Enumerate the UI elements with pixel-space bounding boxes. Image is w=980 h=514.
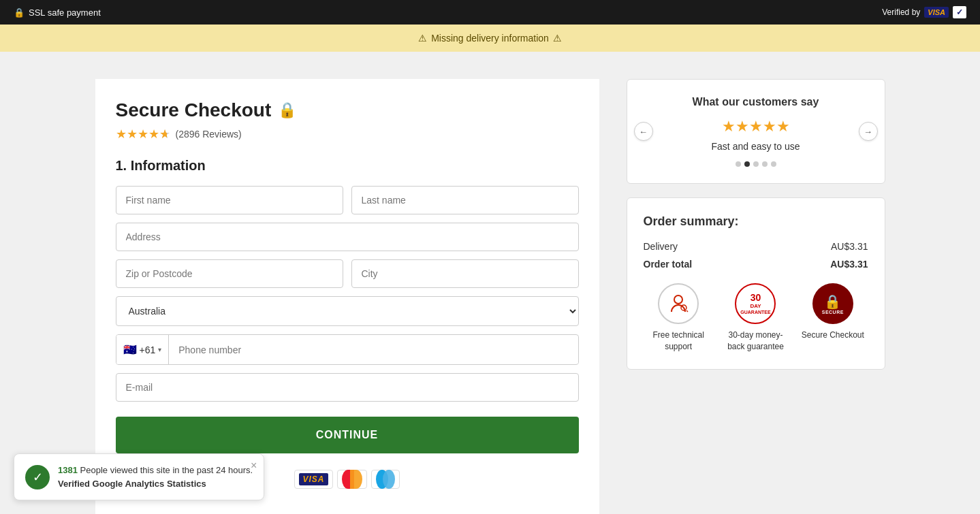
email-row — [116, 373, 579, 402]
country-select[interactable]: Australia New Zealand United Kingdom Uni… — [116, 296, 579, 326]
main-layout: Secure Checkout 🔒 ★★★★★★ (2896 Reviews) … — [82, 52, 899, 514]
maestro-card — [371, 470, 400, 489]
checkout-title-text: Secure Checkout — [116, 99, 272, 121]
zip-input[interactable] — [116, 259, 343, 288]
visa-text: VISA — [299, 473, 328, 485]
phone-code: +61 — [140, 344, 156, 355]
visa-card: VISA — [294, 470, 332, 489]
verify-checkmark: ✓ — [953, 6, 966, 18]
notification-sub-label: Verified Google Analytics Statistics — [58, 479, 206, 489]
ssl-label: SSL safe payment — [29, 7, 101, 18]
warning-message: Missing delivery information — [431, 33, 549, 44]
notification-message: viewed this site in the past 24 hours. — [110, 465, 253, 475]
dot-4 — [762, 161, 768, 167]
lock-icon: 🔒 — [14, 7, 25, 18]
review-count: (2896 Reviews) — [176, 129, 242, 140]
order-summary-box: Order summary: Delivery AU$3.31 Order to… — [627, 197, 885, 370]
badge-support-icon — [658, 283, 699, 324]
dot-2 — [744, 161, 750, 167]
maestro-right — [383, 470, 395, 489]
first-name-input[interactable] — [116, 186, 343, 214]
rating-stars: ★★★★★★ — [116, 127, 170, 142]
mastercard-card — [337, 470, 367, 489]
verified-label: Verified by — [882, 7, 920, 17]
total-label: Order total — [644, 259, 693, 270]
review-text: Fast and easy to use — [644, 141, 868, 152]
phone-number-input[interactable] — [169, 336, 578, 364]
section-title: 1. Information — [116, 158, 579, 174]
delivery-label: Delivery — [644, 241, 678, 252]
checkout-form-panel: Secure Checkout 🔒 ★★★★★★ (2896 Reviews) … — [95, 79, 599, 514]
dot-3 — [753, 161, 759, 167]
delivery-value: AU$3.31 — [831, 241, 868, 252]
name-row — [116, 186, 579, 214]
address-input[interactable] — [116, 223, 579, 251]
right-panel: What our customers say ★★★★★ Fast and ea… — [627, 79, 885, 370]
review-stars: ★★★★★ — [644, 118, 868, 135]
review-prev-arrow[interactable]: ← — [634, 122, 653, 141]
dot-5 — [771, 161, 776, 167]
badge-moneyback-icon: 30 DAY GUARANTEE — [735, 283, 776, 324]
flag-au: 🇦🇺 — [123, 343, 137, 356]
warning-icon-left: ⚠ — [418, 33, 427, 44]
checkout-lock-icon: 🔒 — [278, 101, 296, 119]
warning-icon-right: ⚠ — [553, 33, 562, 44]
address-row — [116, 223, 579, 251]
phone-prefix[interactable]: 🇦🇺 +61 ▾ — [116, 335, 170, 364]
notification-close-button[interactable]: × — [251, 460, 257, 472]
maestro-circles — [376, 470, 395, 489]
phone-row: 🇦🇺 +61 ▾ — [116, 334, 579, 365]
bottom-notification: ✓ 1381 People viewed this site in the pa… — [14, 453, 264, 500]
last-name-input[interactable] — [351, 186, 579, 214]
dot-1 — [736, 161, 741, 167]
top-bar: 🔒 SSL safe payment Verified by VISA ✓ — [0, 0, 980, 25]
badge-support-label: Free technical support — [644, 330, 714, 353]
email-input[interactable] — [116, 373, 579, 402]
notification-shield-icon: ✓ — [25, 465, 50, 489]
dropdown-arrow: ▾ — [158, 346, 161, 353]
total-value: AU$3.31 — [830, 259, 868, 270]
delivery-row: Delivery AU$3.31 — [644, 241, 868, 252]
svg-point-0 — [674, 295, 682, 304]
badge-secure-label: Secure Checkout — [802, 330, 864, 341]
review-next-arrow[interactable]: → — [859, 122, 878, 141]
zip-city-row — [116, 259, 579, 288]
mc-circles — [342, 470, 362, 489]
city-input[interactable] — [351, 259, 579, 288]
notification-count-label: People — [80, 465, 108, 475]
review-box: What our customers say ★★★★★ Fast and ea… — [627, 79, 885, 184]
badge-moneyback-label: 30-day money-back guarantee — [721, 330, 791, 353]
badge-support: Free technical support — [644, 283, 714, 353]
badge-secure: 🔒 SECURE Secure Checkout — [797, 283, 868, 341]
rating-row: ★★★★★★ (2896 Reviews) — [116, 127, 579, 142]
verified-by: Verified by VISA ✓ — [882, 6, 966, 18]
badge-secure-icon: 🔒 SECURE — [812, 283, 853, 324]
order-summary-title: Order summary: — [644, 214, 868, 229]
warning-banner: ⚠ Missing delivery information ⚠ — [0, 25, 980, 52]
visa-verify-badge: VISA — [924, 7, 949, 18]
notification-text: 1381 People viewed this site in the past… — [58, 464, 253, 490]
notification-count: 1381 — [58, 465, 78, 475]
continue-button[interactable]: CONTINUE — [116, 417, 579, 453]
checkout-title: Secure Checkout 🔒 — [116, 99, 579, 121]
total-row: Order total AU$3.31 — [644, 259, 868, 270]
trust-badges: Free technical support 30 DAY GUARANTEE … — [644, 283, 868, 353]
ssl-indicator: 🔒 SSL safe payment — [14, 7, 101, 18]
badge-moneyback: 30 DAY GUARANTEE 30-day money-back guara… — [721, 283, 791, 353]
review-box-title: What our customers say — [644, 96, 868, 108]
mc-right-circle — [350, 470, 362, 489]
review-dots — [644, 161, 868, 167]
